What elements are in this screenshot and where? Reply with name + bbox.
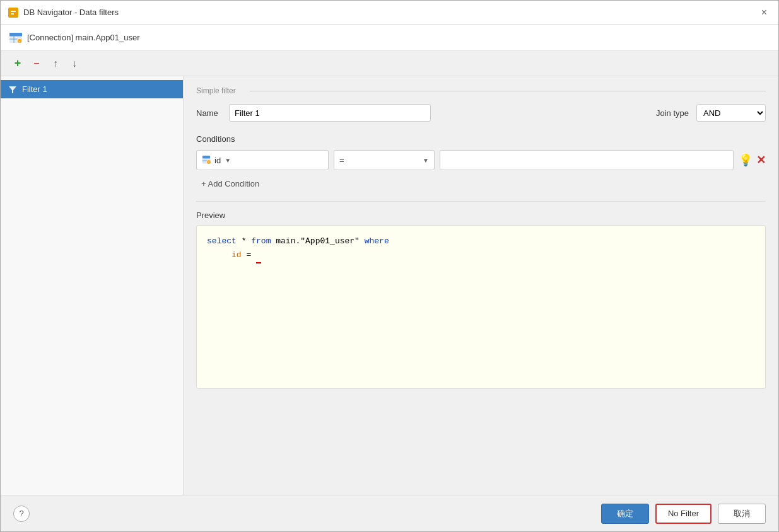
condition-operator-select[interactable]: = ▼ <box>334 150 435 170</box>
no-filter-button[interactable]: No Filter <box>655 504 712 524</box>
conditions-label: Conditions <box>196 134 766 144</box>
column-icon: ! <box>202 155 211 166</box>
svg-rect-1 <box>11 11 16 12</box>
svg-rect-0 <box>9 9 17 16</box>
main-content: Filter 1 Simple filter Name Join type AN… <box>1 76 778 495</box>
sidebar: Filter 1 <box>1 76 184 495</box>
sidebar-item-filter1[interactable]: Filter 1 <box>1 80 183 98</box>
preview-col: id <box>231 250 242 260</box>
preview-star: * <box>242 236 252 246</box>
bulb-button[interactable]: 💡 <box>739 153 753 167</box>
section-title: Simple filter <box>196 86 766 95</box>
filter-item-label: Filter 1 <box>22 84 47 94</box>
svg-text:!: ! <box>19 40 20 43</box>
preview-label: Preview <box>196 211 766 220</box>
close-button[interactable]: × <box>758 6 771 20</box>
right-panel: Simple filter Name Join type AND OR Cond… <box>184 76 778 495</box>
svg-marker-10 <box>9 86 16 93</box>
toolbar: + − ↑ ↓ <box>1 51 778 76</box>
connection-bar: ! [Connection] main.App01_user <box>1 25 778 51</box>
remove-filter-button[interactable]: − <box>28 55 45 72</box>
condition-value-input[interactable] <box>440 150 734 170</box>
add-condition-button[interactable]: + Add Condition <box>197 176 263 191</box>
preview-box: select * from main."App01_user" where id… <box>196 225 766 389</box>
confirm-button[interactable]: 确定 <box>601 504 649 524</box>
preview-op: = <box>246 250 251 260</box>
join-type-select[interactable]: AND OR <box>696 104 766 122</box>
dialog-container: DB Navigator - Data filters × ! [Connect… <box>0 0 779 532</box>
svg-rect-2 <box>11 13 14 14</box>
join-type-label: Join type <box>656 108 689 118</box>
condition-row: ! id ▼ = ▼ 💡 ✕ <box>196 150 766 170</box>
preview-cursor <box>256 248 261 263</box>
name-row: Name Join type AND OR <box>196 104 766 122</box>
help-button[interactable]: ? <box>13 506 30 522</box>
table-icon: ! <box>9 33 22 43</box>
preview-table: main."App01_user" <box>276 236 364 246</box>
cancel-button[interactable]: 取消 <box>718 504 766 524</box>
add-filter-button[interactable]: + <box>9 55 26 72</box>
svg-rect-12 <box>202 156 210 158</box>
svg-rect-4 <box>9 33 22 36</box>
footer-left: ? <box>13 506 30 522</box>
operator-dropdown-arrow: ▼ <box>423 157 429 164</box>
title-bar: DB Navigator - Data filters × <box>1 1 778 25</box>
condition-column-value: id <box>214 156 221 165</box>
filter-icon <box>8 85 17 94</box>
db-navigator-icon <box>8 8 18 18</box>
filter-name-input[interactable] <box>229 104 431 122</box>
condition-operator-value: = <box>339 156 344 165</box>
move-up-button[interactable]: ↑ <box>47 55 64 72</box>
preview-line-2: id = <box>207 248 755 263</box>
kw-from: from <box>251 236 271 246</box>
preview-line-1: select * from main."App01_user" where <box>207 234 755 248</box>
move-down-button[interactable]: ↓ <box>66 55 83 72</box>
delete-condition-button[interactable]: ✕ <box>756 153 766 167</box>
column-dropdown-arrow: ▼ <box>225 157 231 164</box>
condition-actions: 💡 ✕ <box>739 153 766 167</box>
dialog-title: DB Navigator - Data filters <box>23 8 119 17</box>
title-bar-left: DB Navigator - Data filters <box>8 8 119 18</box>
connection-label: [Connection] main.App01_user <box>27 33 140 42</box>
kw-select: select <box>207 236 237 246</box>
footer: ? 确定 No Filter 取消 <box>1 495 778 531</box>
section-divider <box>196 201 766 202</box>
condition-column-select[interactable]: ! id ▼ <box>196 150 329 170</box>
kw-where: where <box>365 236 389 246</box>
preview-indent <box>207 250 226 260</box>
name-label: Name <box>196 108 221 118</box>
